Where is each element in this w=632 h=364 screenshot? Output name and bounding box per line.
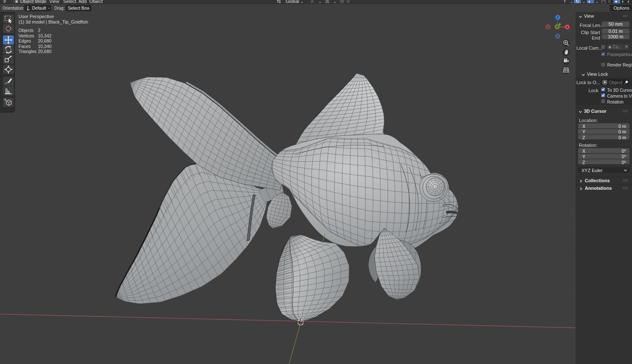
svg-text:Z: Z <box>557 16 559 19</box>
svg-text:X: X <box>566 25 569 29</box>
